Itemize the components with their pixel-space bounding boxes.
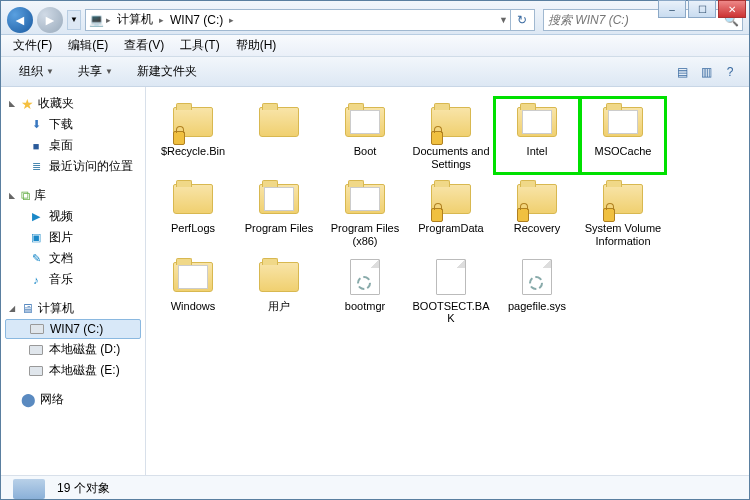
menu-edit[interactable]: 编辑(E) — [60, 35, 116, 56]
file-label: Program Files (x86) — [324, 222, 406, 247]
sidebar-item-label: 下载 — [49, 116, 73, 133]
menu-view[interactable]: 查看(V) — [116, 35, 172, 56]
sidebar-item[interactable]: ⬇下载 — [1, 114, 145, 135]
sidebar-header-label: 计算机 — [38, 300, 74, 317]
disk-icon — [29, 366, 43, 376]
sidebar-item-label: 图片 — [49, 229, 73, 246]
file-label: 用户 — [268, 300, 290, 313]
sidebar-header[interactable]: ◣⧉库 — [1, 185, 145, 206]
sidebar-item[interactable]: ≣最近访问的位置 — [1, 156, 145, 177]
file-icon — [350, 259, 380, 295]
folder-icon — [603, 107, 643, 137]
view-options-button[interactable]: ▤ — [671, 61, 693, 83]
sidebar-header-label: 收藏夹 — [38, 95, 74, 112]
file-item[interactable]: PerfLogs — [150, 174, 236, 251]
sidebar-item-label: 音乐 — [49, 271, 73, 288]
lock-icon — [517, 208, 529, 222]
file-item[interactable]: Program Files (x86) — [322, 174, 408, 251]
sidebar-item[interactable]: ♪音乐 — [1, 269, 145, 290]
folder-icon — [173, 262, 213, 292]
sidebar-header[interactable]: ⬤网络 — [1, 389, 145, 410]
drive-icon — [13, 479, 45, 499]
file-label: Boot — [354, 145, 377, 158]
file-label: Intel — [527, 145, 548, 158]
sidebar-header[interactable]: ◣★收藏夹 — [1, 93, 145, 114]
sidebar-item[interactable]: 本地磁盘 (D:) — [1, 339, 145, 360]
sidebar-item-label: 文档 — [49, 250, 73, 267]
nav-bar: ◄ ► ▼ 💻 ▸ 计算机 ▸ WIN7 (C:) ▸ ▼ ↻ 🔍 — [1, 1, 749, 35]
file-item[interactable]: BOOTSECT.BAK — [408, 252, 494, 329]
share-button[interactable]: 共享▼ — [68, 60, 123, 83]
file-item[interactable]: Boot — [322, 97, 408, 174]
sidebar-item-label: 本地磁盘 (E:) — [49, 362, 120, 379]
new-folder-button[interactable]: 新建文件夹 — [127, 60, 207, 83]
close-button[interactable]: ✕ — [718, 0, 746, 18]
preview-pane-button[interactable]: ▥ — [695, 61, 717, 83]
breadcrumb-segment[interactable]: 计算机 — [113, 11, 157, 28]
breadcrumb[interactable]: 💻 ▸ 计算机 ▸ WIN7 (C:) ▸ ▼ ↻ — [85, 9, 535, 31]
computer-icon: 🖥 — [21, 301, 34, 316]
sidebar-item-icon: ■ — [29, 139, 43, 153]
expand-icon: ◢ — [9, 304, 17, 313]
file-item[interactable]: Program Files — [236, 174, 322, 251]
folder-icon — [345, 184, 385, 214]
file-label: MSOCache — [595, 145, 652, 158]
chevron-right-icon: ▸ — [104, 15, 113, 25]
sidebar-header[interactable]: ◢🖥计算机 — [1, 298, 145, 319]
chevron-right-icon: ▸ — [227, 15, 236, 25]
sidebar-item-label: 桌面 — [49, 137, 73, 154]
menu-help[interactable]: 帮助(H) — [228, 35, 285, 56]
menu-tools[interactable]: 工具(T) — [172, 35, 227, 56]
sidebar-item-label: 最近访问的位置 — [49, 158, 133, 175]
file-item[interactable]: Windows — [150, 252, 236, 329]
file-item[interactable]: Recovery — [494, 174, 580, 251]
file-label: Windows — [171, 300, 216, 313]
maximize-button[interactable]: ☐ — [688, 0, 716, 18]
window-controls: – ☐ ✕ — [658, 0, 746, 18]
back-button[interactable]: ◄ — [7, 7, 33, 33]
file-label: PerfLogs — [171, 222, 215, 235]
help-button[interactable]: ? — [719, 61, 741, 83]
file-item[interactable]: bootmgr — [322, 252, 408, 329]
file-item[interactable]: MSOCache — [580, 97, 666, 174]
expand-icon: ◣ — [9, 191, 17, 200]
gear-icon — [529, 276, 543, 290]
folder-icon — [517, 107, 557, 137]
file-item[interactable]: $Recycle.Bin — [150, 97, 236, 174]
file-item[interactable]: pagefile.sys — [494, 252, 580, 329]
folder-icon — [259, 184, 299, 214]
sidebar-item-label: 本地磁盘 (D:) — [49, 341, 120, 358]
sidebar-item[interactable]: ■桌面 — [1, 135, 145, 156]
folder-icon — [345, 107, 385, 137]
sidebar-item[interactable]: ✎文档 — [1, 248, 145, 269]
file-item[interactable]: System Volume Information — [580, 174, 666, 251]
sidebar-item[interactable]: ▶视频 — [1, 206, 145, 227]
minimize-button[interactable]: – — [658, 0, 686, 18]
sidebar-item[interactable]: WIN7 (C:) — [5, 319, 141, 339]
refresh-button[interactable]: ↻ — [510, 9, 532, 31]
file-item[interactable]: Intel — [494, 97, 580, 174]
organize-button[interactable]: 组织▼ — [9, 60, 64, 83]
menu-file[interactable]: 文件(F) — [5, 35, 60, 56]
sidebar-item[interactable]: 本地磁盘 (E:) — [1, 360, 145, 381]
nav-history-dropdown[interactable]: ▼ — [67, 10, 81, 30]
file-item[interactable]: Documents and Settings — [408, 97, 494, 174]
file-item[interactable] — [236, 97, 322, 174]
sidebar-header-label: 网络 — [40, 391, 64, 408]
breadcrumb-segment[interactable]: WIN7 (C:) — [166, 13, 227, 27]
lock-icon — [173, 131, 185, 145]
file-item[interactable]: 用户 — [236, 252, 322, 329]
folder-icon — [259, 262, 299, 292]
file-item[interactable]: ProgramData — [408, 174, 494, 251]
library-icon: ⧉ — [21, 188, 30, 204]
forward-button[interactable]: ► — [37, 7, 63, 33]
sidebar-item[interactable]: ▣图片 — [1, 227, 145, 248]
sidebar-item-icon: ⬇ — [29, 118, 43, 132]
folder-icon — [259, 107, 299, 137]
sidebar-header-label: 库 — [34, 187, 46, 204]
sidebar-item-icon: ≣ — [29, 160, 43, 174]
file-icon — [436, 259, 466, 295]
sidebar-item-icon: ▶ — [29, 210, 43, 224]
file-label: Documents and Settings — [410, 145, 492, 170]
breadcrumb-dropdown[interactable]: ▼ — [497, 15, 510, 25]
